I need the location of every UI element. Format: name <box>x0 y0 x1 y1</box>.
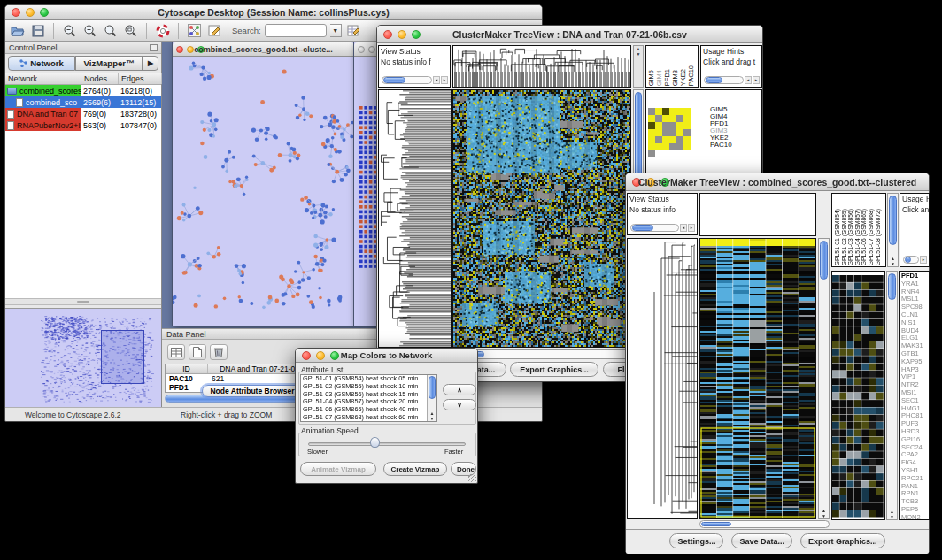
tab-overflow-button[interactable]: ▶ <box>143 56 158 71</box>
network-nodes-icon[interactable] <box>186 22 203 39</box>
float-panel-icon[interactable] <box>150 44 158 51</box>
network-overview-panel[interactable] <box>5 308 161 409</box>
network-table-row[interactable]: DNA and Tran 07 769(0) 183728(0) <box>5 108 161 119</box>
treeview2-button[interactable]: Export Graphics... <box>800 533 885 548</box>
column-label[interactable]: GIM5 <box>648 70 655 86</box>
attribute-table-icon[interactable] <box>167 344 185 360</box>
overview-canvas[interactable] <box>5 309 158 408</box>
scroll-arrows[interactable]: ▲▼ <box>887 509 897 519</box>
col-network[interactable]: Network <box>5 73 81 84</box>
scroll-right-icon[interactable]: ▸ <box>920 256 927 264</box>
dialog-titlebar[interactable]: Map Colors to Network <box>296 349 477 363</box>
view-status-scrollbar[interactable]: ◂▸ <box>630 223 695 232</box>
selection-heatmap-panel[interactable] <box>831 271 885 520</box>
search-input[interactable] <box>265 24 327 37</box>
speed-slider-thumb[interactable] <box>370 437 380 448</box>
column-dendrogram-canvas[interactable] <box>453 46 630 87</box>
heatmap-panel[interactable] <box>452 89 631 348</box>
network-canvas[interactable] <box>173 57 354 311</box>
tab-vizmapper[interactable]: VizMapper™ <box>75 56 143 71</box>
column-labels-vscrollbar[interactable]: ▲▼ <box>887 193 899 267</box>
column-dendrogram-panel[interactable] <box>699 193 816 236</box>
attribute-row[interactable]: PAC10 621 <box>166 374 316 383</box>
column-dendrogram-panel[interactable] <box>452 45 631 88</box>
zoom-in-icon[interactable] <box>81 22 98 39</box>
treeview2-button[interactable]: Settings... <box>669 533 723 548</box>
column-label[interactable]: PFD1 <box>664 69 671 86</box>
heatmap-canvas[interactable] <box>453 90 630 347</box>
scroll-right-icon[interactable]: ▸ <box>753 76 760 84</box>
scroll-left-icon[interactable]: ◂ <box>680 224 687 232</box>
column-label[interactable]: PAC10 <box>688 65 695 86</box>
scroll-arrows[interactable]: ▲▼ <box>888 256 898 266</box>
usage-hints-scrollbar[interactable]: ▸ <box>903 255 927 264</box>
view-status-scrollbar[interactable]: ◂▸ <box>382 75 448 84</box>
gene-dendrogram-panel[interactable] <box>378 89 452 348</box>
animate-vizmap-button[interactable]: Animate Vizmap <box>300 462 376 476</box>
selection-heatmap-canvas[interactable] <box>832 272 884 519</box>
column-label[interactable]: YKE2 <box>680 69 687 86</box>
resize-grip[interactable] <box>468 474 476 482</box>
column-label[interactable]: GPL51-06 (GSM865) <box>861 209 868 265</box>
treeview2-titlebar[interactable]: ClusterMaker TreeView : combined_scores_… <box>626 173 929 191</box>
move-down-button[interactable]: ∨ <box>443 399 476 410</box>
heatmap-hscrollbar[interactable] <box>699 520 830 528</box>
main-titlebar[interactable]: Cytoscape Desktop (Session Name: collins… <box>5 5 542 20</box>
move-up-button[interactable]: ∧ <box>443 384 476 395</box>
col-edges[interactable]: Edges <box>119 73 162 84</box>
attribute-list-vscrollbar[interactable]: ▲▼ <box>427 375 436 421</box>
network-table-row[interactable]: combined_sco 2569(6) 13112(15) <box>5 96 161 108</box>
usage-hints-scrollbar[interactable]: ◂▸ <box>704 75 760 84</box>
network-view-titlebar[interactable]: combined_scores_good.txt--cluste... <box>173 42 354 57</box>
network-table-row[interactable]: RNAPuberNov2+! 563(0) 107847(0) <box>5 119 161 131</box>
scroll-left-icon[interactable]: ◂ <box>433 76 440 84</box>
gene-dendrogram-panel[interactable] <box>627 238 698 519</box>
network-table-row[interactable]: combined_scores 2764(0) 16218(0) <box>5 85 161 96</box>
search-dropdown-button[interactable]: ▼ <box>330 24 342 37</box>
create-vizmap-button[interactable]: Create Vizmap <box>383 462 447 476</box>
attribute-listbox[interactable]: GPL51-01 (GSM854) heat shock 05 minGPL51… <box>300 374 437 422</box>
zoom-fit-icon[interactable] <box>122 22 139 39</box>
node-attribute-browser-button[interactable]: Node Attribute Browser <box>202 385 303 397</box>
scroll-right-icon[interactable]: ▸ <box>441 76 448 84</box>
annotation-icon[interactable] <box>206 22 223 39</box>
tab-network[interactable]: Network <box>8 56 75 71</box>
col-nodes[interactable]: Nodes <box>81 73 119 84</box>
column-label[interactable]: GPL51-07 (GSM868) <box>868 209 875 265</box>
col-id[interactable]: ID <box>166 364 208 373</box>
scroll-arrows[interactable]: ▲▼ <box>428 410 436 421</box>
open-file-icon[interactable] <box>9 22 26 39</box>
column-label[interactable]: GIM4 <box>656 70 663 86</box>
gene-label[interactable]: MON2 <box>901 514 927 520</box>
speed-slider-track[interactable] <box>308 442 466 446</box>
close-button[interactable] <box>358 46 365 53</box>
treeview2-button[interactable]: Save Data... <box>731 533 792 548</box>
row-label[interactable]: PAC10 <box>710 142 732 149</box>
mini-heatmap[interactable] <box>648 108 691 157</box>
heatmap-canvas[interactable] <box>700 239 815 518</box>
heatmap-panel[interactable] <box>699 238 816 519</box>
column-label[interactable]: GPL51-08 (GSM872) <box>875 209 882 265</box>
column-label[interactable]: GPL51-01 (GSM854) <box>834 209 841 265</box>
scroll-right-icon[interactable]: ▸ <box>688 224 695 232</box>
new-attribute-icon[interactable] <box>189 344 206 360</box>
overview-splitter[interactable] <box>5 299 161 305</box>
gene-dendrogram-canvas[interactable] <box>628 239 697 518</box>
column-label[interactable]: GIM3 <box>672 70 679 86</box>
help-lifesaver-icon[interactable] <box>154 22 171 39</box>
gene-dendrogram-canvas[interactable] <box>379 90 451 347</box>
scroll-arrows[interactable]: ▲▼ <box>819 508 829 518</box>
import-table-icon[interactable] <box>345 22 362 39</box>
minimize-button[interactable] <box>368 46 375 53</box>
treeview1-titlebar[interactable]: ClusterMaker TreeView : DNA and Tran 07-… <box>377 26 762 43</box>
zoom-selected-icon[interactable] <box>102 22 119 39</box>
zoom-out-icon[interactable] <box>61 22 78 39</box>
treeview1-button[interactable]: Export Graphics... <box>510 362 598 377</box>
save-icon[interactable] <box>29 22 46 39</box>
scroll-left-icon[interactable]: ◂ <box>745 76 752 84</box>
column-label[interactable]: GPL51-03 (GSM856) <box>847 209 854 265</box>
heatmap-vscrollbar[interactable]: ▲▼ <box>818 238 830 519</box>
dendrogram-scroll-strip[interactable]: ▲▼ <box>633 45 644 88</box>
delete-attribute-icon[interactable] <box>210 344 228 360</box>
attribute-item[interactable]: GPL51-07 (GSM868) heat shock 60 min <box>301 414 436 422</box>
